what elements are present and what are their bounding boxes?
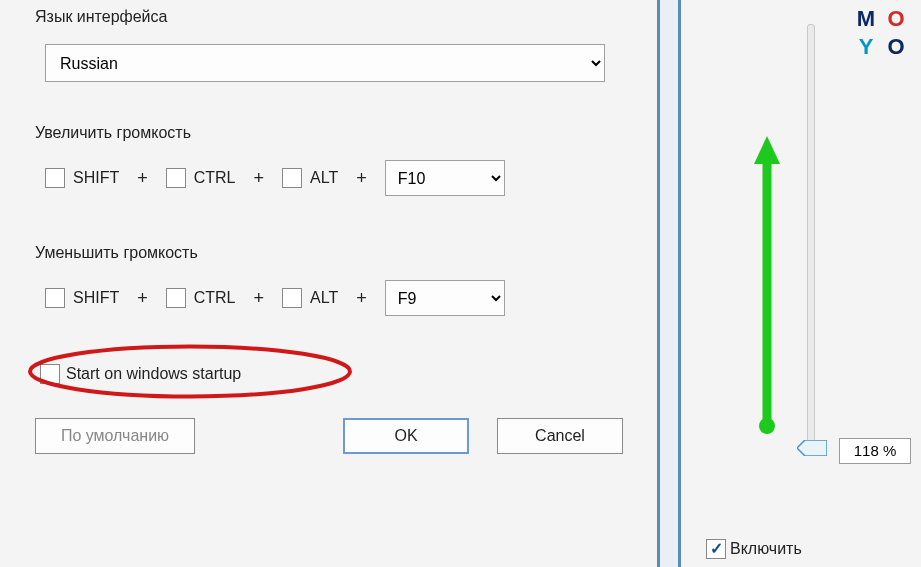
increase-alt-checkbox[interactable]: [282, 168, 302, 188]
enable-checkbox[interactable]: [706, 539, 726, 559]
cancel-button[interactable]: Cancel: [497, 418, 623, 454]
svg-point-4: [759, 418, 775, 434]
plus-icon: +: [137, 168, 148, 189]
default-button[interactable]: По умолчанию: [35, 418, 195, 454]
increase-hotkey-row: SHIFT + CTRL + ALT + F10: [45, 160, 632, 196]
ctrl-label: CTRL: [194, 169, 236, 187]
plus-icon: +: [254, 288, 265, 309]
logo-o2: O: [883, 34, 909, 60]
arrow-up-icon: [752, 136, 782, 436]
increase-shift-checkbox[interactable]: [45, 168, 65, 188]
plus-icon: +: [137, 288, 148, 309]
svg-marker-3: [754, 136, 780, 164]
shift-label: SHIFT: [73, 169, 119, 187]
startup-row: Start on windows startup: [40, 364, 632, 384]
volume-value: 118 %: [839, 438, 911, 464]
settings-panel: Язык интерфейса Russian Увеличить громко…: [0, 0, 660, 567]
decrease-ctrl-checkbox[interactable]: [166, 288, 186, 308]
logo-m: M: [853, 6, 879, 32]
startup-label: Start on windows startup: [66, 365, 241, 383]
decrease-hotkey-row: SHIFT + CTRL + ALT + F9: [45, 280, 632, 316]
moyo-logo: M O Y O: [853, 6, 911, 64]
volume-panel: 118 % Включить: [678, 0, 921, 567]
ctrl-label: CTRL: [194, 289, 236, 307]
decrease-key-select[interactable]: F9: [385, 280, 505, 316]
language-select[interactable]: Russian: [45, 44, 605, 82]
increase-key-select[interactable]: F10: [385, 160, 505, 196]
plus-icon: +: [254, 168, 265, 189]
enable-label: Включить: [730, 540, 802, 558]
decrease-shift-checkbox[interactable]: [45, 288, 65, 308]
logo-o: O: [883, 6, 909, 32]
decrease-alt-checkbox[interactable]: [282, 288, 302, 308]
logo-y: Y: [853, 34, 879, 60]
ok-button[interactable]: OK: [343, 418, 469, 454]
increase-ctrl-checkbox[interactable]: [166, 168, 186, 188]
language-label: Язык интерфейса: [35, 8, 632, 26]
startup-checkbox[interactable]: [40, 364, 60, 384]
alt-label: ALT: [310, 289, 338, 307]
shift-label: SHIFT: [73, 289, 119, 307]
enable-row: Включить: [706, 539, 802, 559]
volume-slider-track[interactable]: [807, 24, 815, 454]
dialog-buttons: По умолчанию OK Cancel: [35, 418, 632, 454]
plus-icon: +: [356, 288, 367, 309]
alt-label: ALT: [310, 169, 338, 187]
decrease-volume-label: Уменьшить громкость: [35, 244, 632, 262]
increase-volume-label: Увеличить громкость: [35, 124, 632, 142]
plus-icon: +: [356, 168, 367, 189]
